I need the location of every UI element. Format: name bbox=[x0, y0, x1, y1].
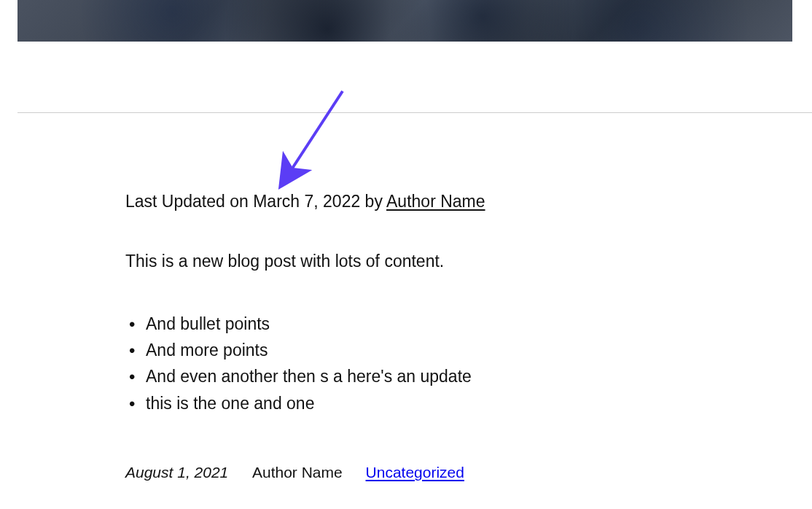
list-item: And more points bbox=[125, 337, 694, 363]
annotation-arrow-icon bbox=[273, 84, 361, 193]
last-updated-by: by bbox=[360, 192, 386, 211]
post-intro: This is a new blog post with lots of con… bbox=[125, 251, 694, 273]
last-updated-prefix: Last Updated on bbox=[125, 192, 253, 211]
post-date: August 1, 2021 bbox=[125, 464, 228, 481]
post-content: Last Updated on March 7, 2022 by Author … bbox=[125, 191, 694, 416]
post-bullets: And bullet points And more points And ev… bbox=[125, 311, 694, 416]
list-item: And even another then s a here's an upda… bbox=[125, 363, 694, 389]
last-updated-date: March 7, 2022 bbox=[253, 192, 360, 211]
list-item: And bullet points bbox=[125, 311, 694, 337]
post-meta: August 1, 2021 Author Name Uncategorized bbox=[125, 464, 464, 481]
author-link[interactable]: Author Name bbox=[386, 192, 485, 211]
divider bbox=[17, 112, 812, 113]
list-item: this is the one and one bbox=[125, 390, 694, 416]
last-updated-line: Last Updated on March 7, 2022 by Author … bbox=[125, 191, 694, 213]
hero-image bbox=[17, 0, 792, 42]
svg-line-1 bbox=[288, 91, 343, 175]
post-author: Author Name bbox=[252, 464, 343, 481]
category-link[interactable]: Uncategorized bbox=[366, 464, 464, 481]
